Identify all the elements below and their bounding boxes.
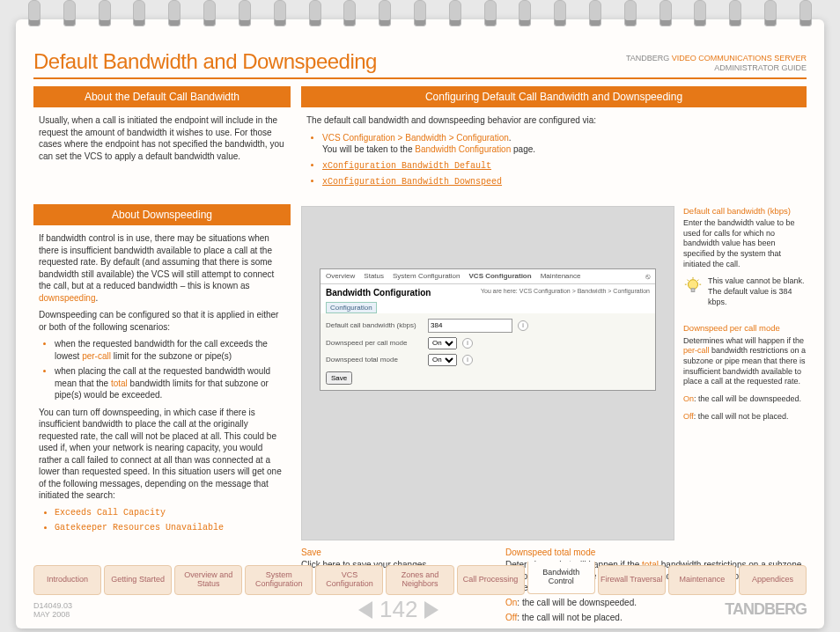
tab-call-processing[interactable]: Call Processing — [457, 565, 525, 595]
info-icon[interactable]: i — [462, 338, 473, 349]
tab-system-config[interactable]: System Configuration — [245, 565, 313, 595]
ss-save-button[interactable]: Save — [326, 371, 352, 385]
cmd2-item: xConfiguration Bandwidth Downspeed — [322, 175, 801, 188]
callout-default-bw-body: Enter the bandwidth value to be used for… — [683, 218, 807, 269]
total-link[interactable]: total — [111, 378, 128, 388]
next-page-arrow[interactable] — [424, 601, 438, 619]
ss-subtab[interactable]: Configuration — [326, 302, 377, 313]
info-icon[interactable]: i — [462, 355, 473, 365]
downspeeding-term: downspeeding — [39, 293, 96, 303]
config-screenshot: Overview Status System Configuration VCS… — [301, 206, 674, 540]
cmd1-item: xConfiguration Bandwidth Default — [322, 159, 801, 173]
ss-window: Overview Status System Configuration VCS… — [320, 268, 656, 391]
callouts-sidebar: Default call bandwidth (kbps) Enter the … — [683, 206, 807, 540]
ss-row-total: Downspeed total mode On i — [326, 354, 650, 366]
svg-line-6 — [697, 280, 698, 281]
section-heading-configuring: Configuring Default Call Bandwidth and D… — [301, 86, 807, 107]
ss-subtab-row: Configuration — [321, 301, 655, 313]
tab-zones-neighbors[interactable]: Zones and Neighbors — [386, 565, 453, 595]
product-id: TANDBERG VIDEO COMMUNICATIONS SERVER ADM… — [626, 54, 807, 74]
msg-gatekeeper: Gatekeeper Resources Unavailable — [55, 522, 285, 534]
svg-rect-1 — [691, 289, 695, 292]
per-call-link-2[interactable]: per-call — [683, 346, 710, 355]
downspeeding-p3: You can turn off downspeeding, in which … — [39, 407, 285, 502]
tab-maintenance[interactable]: Maintenance — [668, 565, 736, 595]
bandwidth-config-link[interactable]: Bandwidth Configuration — [415, 144, 511, 154]
ss-label-percall: Downspeed per call mode — [326, 339, 423, 347]
callout-default-bw-title: Default call bandwidth (kbps) — [683, 206, 807, 217]
ss-select-total[interactable]: On — [428, 354, 457, 366]
config-intro: The default call bandwidth and downspeed… — [306, 114, 801, 127]
xconfig-downspeed-link[interactable]: xConfiguration Bandwidth Downspeed — [322, 177, 502, 187]
ss-label-total: Downspeed total mode — [326, 356, 423, 364]
callout-percall-title: Downspeed per call mode — [683, 323, 807, 334]
tab-firewall-traversal[interactable]: Firewall Traversal — [598, 565, 666, 595]
ss-breadcrumb: You are here: VCS Configuration > Bandwi… — [475, 284, 655, 298]
tab-appendices[interactable]: Appendices — [739, 565, 807, 595]
section-heading-about-default: About the Default Call Bandwidth — [33, 86, 291, 107]
tab-introduction[interactable]: Introduction — [33, 565, 101, 595]
info-icon[interactable]: i — [518, 320, 528, 331]
tab-getting-started[interactable]: Getting Started — [104, 565, 172, 595]
svg-line-5 — [688, 280, 689, 281]
ss-nav-tabs: Overview Status System Configuration VCS… — [321, 269, 655, 284]
page-title: Default Bandwidth and Downspeeding — [33, 49, 377, 74]
bulb-note: This value cannot be blank. The default … — [683, 276, 807, 314]
doc-id: D14049.03 — [33, 601, 72, 610]
lightbulb-icon — [683, 276, 703, 296]
product-sub: ADMINISTRATOR GUIDE — [714, 63, 807, 72]
ss-tab-status[interactable]: Status — [364, 272, 384, 280]
callout-percall-body: Determines what will happen if the per-c… — [683, 336, 807, 387]
spiral-binding — [0, 0, 840, 33]
left-column: About the Default Call Bandwidth Usually… — [33, 86, 291, 627]
right-column: Configuring Default Call Bandwidth and D… — [301, 86, 807, 627]
callout-percall-off: Off: the call will not be placed. — [683, 412, 807, 423]
product-name: VIDEO COMMUNICATIONS SERVER — [672, 54, 807, 62]
svg-point-0 — [689, 280, 698, 290]
downspeeding-p1: If bandwidth control is in use, there ma… — [39, 232, 285, 304]
downspeeding-p2: Downspeeding can be configured so that i… — [39, 309, 285, 333]
section-heading-about-downspeeding: About Downspeeding — [33, 204, 291, 225]
ss-tab-overview[interactable]: Overview — [326, 272, 355, 280]
ds-bullet-2: when placing the call at the requested b… — [55, 365, 285, 401]
ss-select-percall[interactable]: On — [428, 337, 457, 349]
header: Default Bandwidth and Downspeeding TANDB… — [33, 49, 807, 79]
page-navigation: 142 — [358, 596, 438, 623]
about-default-text: Usually, when a call is initiated the en… — [39, 114, 285, 162]
logout-icon[interactable]: ⎋ — [645, 272, 650, 281]
callout-save-title: Save — [301, 547, 495, 557]
bulb-note-text: This value cannot be blank. The default … — [708, 276, 807, 307]
footer-nav-tabs: Introduction Getting Started Overview an… — [33, 565, 807, 595]
brand-logo: TANDBERG — [725, 600, 807, 619]
callout-percall-on: On: the call will be downspeeded. — [683, 394, 807, 405]
prev-page-arrow[interactable] — [358, 601, 372, 619]
page-number: 142 — [379, 596, 417, 623]
tab-overview-status[interactable]: Overview and Status — [174, 565, 242, 595]
doc-date: MAY 2008 — [33, 610, 70, 619]
tab-bandwidth-control[interactable]: Bandwidth Control — [527, 562, 595, 594]
ss-tab-sysconfig[interactable]: System Configuration — [393, 272, 460, 280]
brand-prefix: TANDBERG — [626, 54, 672, 62]
ss-row-percall: Downspeed per call mode On i — [326, 337, 650, 349]
xconfig-default-link[interactable]: xConfiguration Bandwidth Default — [322, 161, 491, 171]
doc-meta: D14049.03 MAY 2008 — [33, 601, 72, 619]
ss-row-default-bw: Default call bandwidth (kbps) i — [326, 319, 650, 333]
ds-bullet-1: when the requested bandwidth for the cal… — [55, 338, 285, 362]
callout-total-title: Downspeed total mode — [505, 547, 807, 557]
ss-title: Bandwidth Configuration — [321, 284, 436, 301]
nav-path-item: VCS Configuration > Bandwidth > Configur… — [322, 132, 801, 156]
tab-vcs-config[interactable]: VCS Configuration — [315, 565, 383, 595]
doc-footer: D14049.03 MAY 2008 142 TANDBERG — [33, 596, 807, 623]
page: Default Bandwidth and Downspeeding TANDB… — [16, 19, 824, 628]
nav-path[interactable]: VCS Configuration > Bandwidth > Configur… — [322, 133, 509, 143]
ss-tab-vcsconfig[interactable]: VCS Configuration — [469, 272, 532, 280]
ss-tab-maintenance[interactable]: Maintenance — [541, 272, 581, 280]
msg-exceeds: Exceeds Call Capacity — [55, 507, 285, 519]
ss-label-default-bw: Default call bandwidth (kbps) — [326, 321, 423, 329]
ss-input-default-bw[interactable] — [428, 319, 512, 333]
per-call-link[interactable]: per-call — [82, 351, 111, 361]
